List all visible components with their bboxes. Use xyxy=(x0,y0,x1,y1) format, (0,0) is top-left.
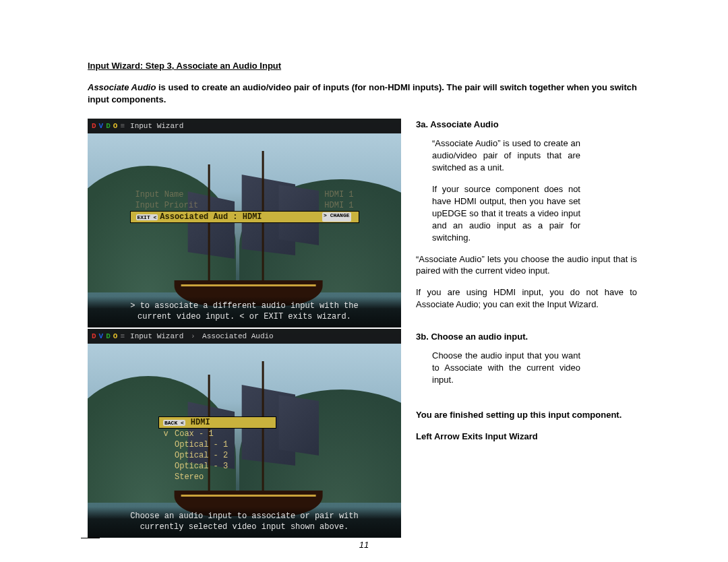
paragraph: “Associate Audio” is used to create an a… xyxy=(432,137,580,174)
osd-fields: Input Name HDMI 1 Input Priorit HDMI 1 E… xyxy=(130,189,359,223)
logo-letter: V xyxy=(99,122,104,130)
bc-part: Input Wizard xyxy=(130,332,183,340)
osd-hl-label: Associated Aud : HDMI xyxy=(160,212,262,222)
bc-part: Associated Audio xyxy=(202,332,274,340)
intro-rest: is used to create an audio/video pair of… xyxy=(88,82,637,104)
chevron-right-icon: › xyxy=(191,332,195,340)
back-badge: BACK < xyxy=(163,420,185,426)
menu-label: Optical - 1 xyxy=(175,440,228,449)
screenshots-column: DVDO≡ Input Wizard Input Name HDMI 1 Inp… xyxy=(88,119,401,538)
change-badge: > CHANGE xyxy=(322,212,351,222)
menu-label: Optical - 3 xyxy=(175,462,228,471)
menu-item: Optical - 3 xyxy=(158,461,276,472)
menu-label: Stereo xyxy=(175,472,204,482)
paragraph: “Associate Audio” lets you choose the au… xyxy=(416,253,637,278)
hint-line: > to associate a different audio input w… xyxy=(94,301,394,311)
menu-item-highlighted: BACK < HDMI xyxy=(158,416,276,429)
caret-down-icon: v xyxy=(162,429,169,439)
menu-item: Optical - 1 xyxy=(158,439,276,450)
osd-hint: Choose an audio input to associate or pa… xyxy=(88,507,401,538)
osd-value: HDMI 1 xyxy=(324,201,353,210)
menu-item: vCoax - 1 xyxy=(158,429,276,439)
instructions-column: 3a. Associate Audio “Associate Audio” is… xyxy=(416,119,637,538)
menu-label: Optical - 2 xyxy=(175,451,228,460)
osd-label: Input Name xyxy=(135,190,184,199)
osd-hint: > to associate a different audio input w… xyxy=(88,296,401,327)
logo-bar-icon: ≡ xyxy=(120,122,125,130)
heading-3b: 3b. Choose an audio input. xyxy=(416,331,637,343)
osd-topbar: DVDO≡ Input Wizard › Associated Audio xyxy=(88,329,401,344)
osd-screenshot-2: DVDO≡ Input Wizard › Associated Audio BA… xyxy=(88,329,401,538)
hint-line: Choose an audio input to associate or pa… xyxy=(94,511,394,522)
osd-row-highlighted: EXIT <Associated Aud : HDMI > CHANGE xyxy=(130,211,359,223)
intro-em: Associate Audio xyxy=(88,82,156,92)
intro-paragraph: Associate Audio is used to create an aud… xyxy=(88,82,637,105)
osd-row: Input Name HDMI 1 xyxy=(130,189,359,200)
heading-3a: 3a. Associate Audio xyxy=(416,119,637,131)
logo-letter: D xyxy=(106,122,111,130)
logo-letter: D xyxy=(92,332,96,340)
paragraph: Choose the audio input that you want to … xyxy=(432,350,580,386)
logo-letter: D xyxy=(92,122,96,130)
logo-letter: V xyxy=(99,332,104,340)
osd-value: HDMI 1 xyxy=(324,190,353,199)
menu-item: Optical - 2 xyxy=(158,450,276,461)
exit-text: Left Arrow Exits Input Wizard xyxy=(416,431,637,443)
logo-letter: O xyxy=(113,122,118,130)
hint-line: current video input. < or EXIT exits wiz… xyxy=(94,311,394,322)
logo-bar-icon: ≡ xyxy=(120,332,125,340)
osd-screenshot-1: DVDO≡ Input Wizard Input Name HDMI 1 Inp… xyxy=(88,119,401,327)
breadcrumb: Input Wizard › Associated Audio xyxy=(130,332,274,340)
finished-text: You are finished setting up this input c… xyxy=(416,409,637,421)
hint-line: currently selected video input shown abo… xyxy=(94,522,394,532)
paragraph: If you are using HDMI input, you do not … xyxy=(416,286,637,311)
osd-topbar: DVDO≡ Input Wizard xyxy=(88,119,401,133)
menu-label: Coax - 1 xyxy=(175,429,214,439)
logo-letter: D xyxy=(106,332,111,340)
breadcrumb: Input Wizard xyxy=(130,122,183,130)
osd-menu: BACK < HDMI vCoax - 1 Optical - 1 Optica… xyxy=(158,416,276,482)
divider-tick xyxy=(81,538,100,538)
two-column-layout: DVDO≡ Input Wizard Input Name HDMI 1 Inp… xyxy=(88,119,637,538)
menu-label: HDMI xyxy=(191,418,210,427)
paragraph: If your source component does not have H… xyxy=(432,183,580,244)
osd-row: Input Priorit HDMI 1 xyxy=(130,200,359,211)
menu-item: Stereo xyxy=(158,472,276,482)
exit-badge: EXIT < xyxy=(136,214,158,220)
page-number: 11 xyxy=(359,540,369,550)
osd-label: Input Priorit xyxy=(135,201,199,210)
logo-letter: O xyxy=(113,332,118,340)
page-title: Input Wizard: Step 3, Associate an Audio… xyxy=(88,61,637,71)
